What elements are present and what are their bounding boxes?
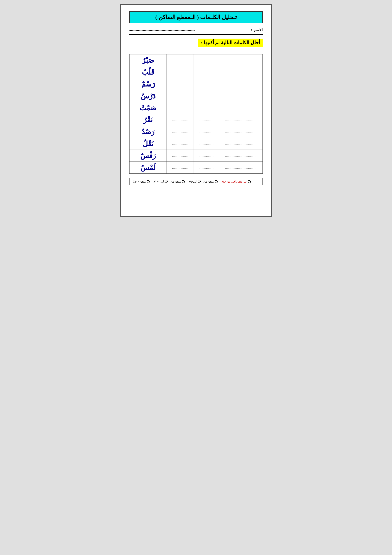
grade-circle-0: [147, 180, 150, 183]
grade-item-0: متقن ١٠٠٪: [133, 180, 150, 183]
grade-circle-3: [248, 180, 251, 183]
fill-cell-wide-5: ...................................: [220, 114, 263, 126]
fill-cell-narrow1-8: .................: [193, 150, 220, 162]
fill-cell-narrow2-0: .................: [167, 54, 193, 66]
name-dots-field: ........................................…: [129, 28, 249, 32]
fill-cell-wide-0: ...................................: [220, 54, 263, 66]
grading-box: متقن ١٠٠٪متقن من ٩٠٪ إلى ١٠٠٪متقن من ٨٠٪…: [129, 178, 263, 185]
table-row: ........................................…: [129, 66, 263, 78]
instruction-wrapper: أحلل الكلمات التالية ثم أكتبها :: [129, 39, 263, 51]
fill-cell-narrow1-9: .................: [193, 162, 220, 174]
fill-cell-narrow2-6: .................: [167, 126, 193, 138]
word-cell-9: لَمْسٌ: [129, 162, 167, 174]
name-row: الاسم : ................................…: [129, 28, 263, 32]
fill-cell-narrow1-0: .................: [193, 54, 220, 66]
fill-cell-wide-1: ...................................: [220, 66, 263, 78]
fill-cell-narrow1-4: .................: [193, 102, 220, 114]
fill-cell-narrow1-1: .................: [193, 66, 220, 78]
fill-cell-narrow2-9: .................: [167, 162, 193, 174]
word-cell-4: صَمْتٌ: [129, 102, 167, 114]
fill-cell-narrow2-7: .................: [167, 138, 193, 150]
fill-cell-narrow2-1: .................: [167, 66, 193, 78]
grade-circle-2: [215, 180, 218, 183]
fill-cell-wide-4: ...................................: [220, 102, 263, 114]
name-label: الاسم: [254, 28, 263, 32]
instruction-text: أحلل الكلمات التالية ثم أكتبها :: [198, 39, 263, 47]
separator: [129, 34, 263, 35]
grade-label-0: متقن ١٠٠٪: [133, 180, 146, 183]
table-row: ........................................…: [129, 54, 263, 66]
table-row: ........................................…: [129, 162, 263, 174]
table-row: ........................................…: [129, 126, 263, 138]
word-cell-8: رَفْسٌ: [129, 150, 167, 162]
words-table: ........................................…: [129, 54, 263, 174]
word-cell-5: نَقْرٌ: [129, 114, 167, 126]
fill-cell-narrow2-8: .................: [167, 150, 193, 162]
table-row: ........................................…: [129, 78, 263, 90]
table-row: ........................................…: [129, 102, 263, 114]
grade-label-3: غير متقن أقل من ٨٠٪: [221, 180, 247, 183]
word-cell-1: قَلْبٌ: [129, 66, 167, 78]
grade-label-2: متقن من ٨٠٪ إلى٩٠٪: [189, 180, 214, 183]
grade-item-1: متقن من ٩٠٪ إلى ١٠٠٪: [154, 180, 185, 183]
word-cell-2: رَسْمٌ: [129, 78, 167, 90]
word-cell-0: صَبْرٌ: [129, 54, 167, 66]
word-cell-7: نَقْلٌ: [129, 138, 167, 150]
fill-cell-narrow2-3: .................: [167, 90, 193, 102]
page: تـحليل الكلـمات ( الـمقطع الساكن ) الاسم…: [120, 4, 272, 217]
word-cell-3: دَرْسٌ: [129, 90, 167, 102]
grade-label-1: متقن من ٩٠٪ إلى ١٠٠٪: [154, 180, 181, 183]
fill-cell-narrow1-2: .................: [193, 78, 220, 90]
table-row: ........................................…: [129, 138, 263, 150]
fill-cell-narrow1-3: .................: [193, 90, 220, 102]
fill-cell-narrow2-5: .................: [167, 114, 193, 126]
table-row: ........................................…: [129, 114, 263, 126]
fill-cell-wide-2: ...................................: [220, 78, 263, 90]
page-title: تـحليل الكلـمات ( الـمقطع الساكن ): [129, 11, 263, 23]
word-cell-6: رَصْدٌ: [129, 126, 167, 138]
table-row: ........................................…: [129, 150, 263, 162]
fill-cell-wide-7: ...................................: [220, 138, 263, 150]
table-row: ........................................…: [129, 90, 263, 102]
grade-item-2: متقن من ٨٠٪ إلى٩٠٪: [189, 180, 218, 183]
fill-cell-wide-6: ...................................: [220, 126, 263, 138]
fill-cell-narrow1-5: .................: [193, 114, 220, 126]
fill-cell-narrow2-4: .................: [167, 102, 193, 114]
fill-cell-narrow1-6: .................: [193, 126, 220, 138]
grade-item-3: غير متقن أقل من ٨٠٪: [221, 180, 251, 183]
fill-cell-narrow1-7: .................: [193, 138, 220, 150]
fill-cell-narrow2-2: .................: [167, 78, 193, 90]
grade-circle-1: [182, 180, 185, 183]
fill-cell-wide-9: ...................................: [220, 162, 263, 174]
fill-cell-wide-3: ...................................: [220, 90, 263, 102]
fill-cell-wide-8: ...................................: [220, 150, 263, 162]
